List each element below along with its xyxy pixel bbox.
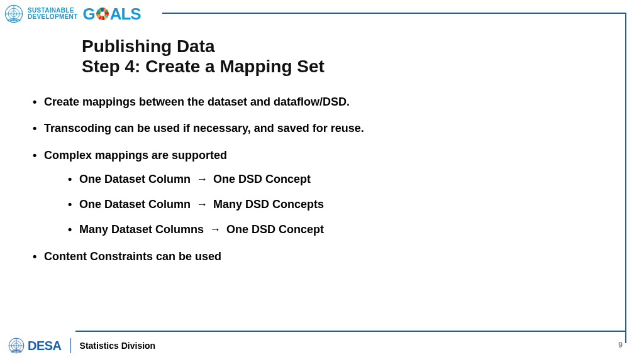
sub-right: Many DSD Concepts (213, 198, 324, 211)
frame-top-line (162, 13, 626, 14)
un-emblem-footer-icon (8, 337, 25, 354)
sub-bullet-item: One Dataset Column → Many DSD Concepts (65, 197, 594, 212)
sub-left: Many Dataset Columns (79, 223, 204, 236)
sub-bullet-item: Many Dataset Columns → One DSD Concept (65, 222, 594, 237)
bullet-text: Create mappings between the dataset and … (44, 96, 350, 108)
arrow-icon: → (194, 172, 210, 187)
footer: DESA Statistics Division 9 (8, 327, 626, 354)
bullet-text: Complex mappings are supported (44, 149, 227, 162)
arrow-icon: → (194, 197, 210, 212)
sdg-goals-word: G (82, 4, 140, 24)
title-line-2: Step 4: Create a Mapping Set (82, 57, 606, 77)
un-emblem-icon (4, 4, 24, 24)
goals-letter-g: G (82, 4, 94, 24)
bullet-item: Create mappings between the dataset and … (30, 94, 594, 109)
division-label: Statistics Division (80, 341, 156, 351)
content-area: Create mappings between the dataset and … (30, 94, 594, 275)
sdg-color-wheel-icon (96, 7, 109, 21)
bullet-item: Transcoding can be used if necessary, an… (30, 121, 594, 136)
bullet-text: Transcoding can be used if necessary, an… (44, 122, 364, 134)
sub-right: One DSD Concept (213, 173, 311, 185)
sdg-text-block: SUSTAINABLE DEVELOPMENT (28, 8, 77, 20)
page-number: 9 (618, 341, 623, 349)
frame-right-line (625, 13, 626, 343)
bullet-item: Content Constraints can be used (30, 249, 594, 264)
desa-label: DESA (28, 339, 62, 353)
title-block: Publishing Data Step 4: Create a Mapping… (82, 36, 606, 77)
desa-block: DESA Statistics Division (8, 337, 155, 354)
footer-divider (70, 338, 71, 353)
slide: SUSTAINABLE DEVELOPMENT G (0, 0, 644, 362)
bullet-list: Create mappings between the dataset and … (30, 94, 594, 264)
sdg-line-2: DEVELOPMENT (28, 14, 77, 20)
sdg-logo: SUSTAINABLE DEVELOPMENT G (4, 4, 141, 24)
goals-letters-als: ALS (110, 4, 141, 24)
sub-left: One Dataset Column (79, 198, 191, 211)
sub-bullet-item: One Dataset Column → One DSD Concept (65, 172, 594, 187)
bullet-text: Content Constraints can be used (44, 250, 221, 263)
svg-point-5 (100, 11, 104, 16)
bullet-item: Complex mappings are supported One Datas… (30, 148, 594, 238)
arrow-icon: → (207, 222, 223, 237)
footer-rule-line (75, 331, 626, 332)
title-line-1: Publishing Data (82, 36, 606, 57)
sub-right: One DSD Concept (226, 223, 324, 236)
sub-left: One Dataset Column (79, 173, 191, 185)
sub-bullet-list: One Dataset Column → One DSD Concept One… (65, 172, 594, 238)
